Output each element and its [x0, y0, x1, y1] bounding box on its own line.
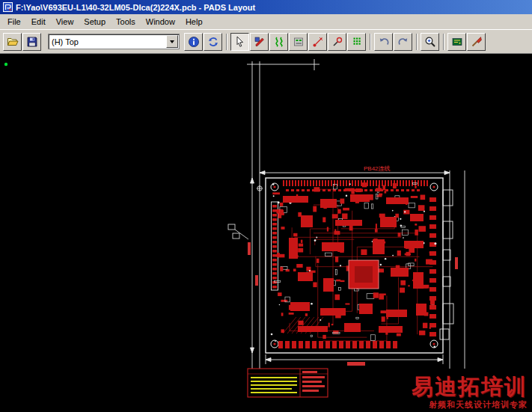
layer-dropdown-value: (H) Top: [49, 37, 166, 46]
undo-arrow-icon: [378, 36, 390, 48]
save-button[interactable]: [22, 33, 41, 51]
arrow-cursor-icon: [234, 36, 246, 48]
open-button[interactable]: [3, 33, 22, 51]
net-label: PB42连线: [364, 165, 391, 172]
menu-file[interactable]: File: [2, 16, 26, 28]
app-icon: [3, 2, 13, 12]
eco-toolbar-button[interactable]: [289, 33, 308, 51]
design-toolbar-button[interactable]: [250, 33, 269, 51]
selection-mode-button[interactable]: [230, 33, 249, 51]
bga-grid-icon: [351, 36, 363, 48]
brush-icon: [471, 36, 483, 48]
undo-button[interactable]: [374, 33, 393, 51]
toolbar-separator: [416, 34, 418, 50]
menu-edit[interactable]: Edit: [26, 16, 51, 28]
drafting-icon: [331, 36, 343, 48]
dimensioning-toolbar-button[interactable]: [308, 33, 327, 51]
object-info-button[interactable]: [184, 33, 203, 51]
layer-dropdown[interactable]: (H) Top: [48, 34, 180, 49]
redraw-icon: [207, 36, 219, 48]
routing-toolbar-button[interactable]: [269, 33, 288, 51]
routing-icon: [273, 36, 285, 48]
dimension-icon: [312, 36, 324, 48]
bga-chip: [349, 260, 379, 289]
toolbar-separator: [370, 34, 371, 50]
chevron-down-icon: [170, 40, 174, 43]
pads-logo-icon: [3, 2, 13, 12]
redo-arrow-icon: [397, 36, 409, 48]
design-canvas[interactable]: PB42连线: [0, 54, 532, 412]
board-view-button[interactable]: [447, 33, 466, 51]
toolbar-separator: [443, 34, 444, 50]
info-icon: [188, 36, 200, 48]
menu-view[interactable]: View: [51, 16, 79, 28]
open-folder-icon: [7, 36, 19, 48]
floppy-disk-icon: [26, 36, 38, 48]
titlebar[interactable]: F:\Yao\V693EU-L1\40-32LM05-DIca(2)224X.p…: [0, 0, 532, 14]
dropdown-arrow-icon[interactable]: [166, 35, 178, 48]
redo-button[interactable]: [394, 33, 412, 51]
toolbar-separator: [226, 34, 227, 50]
menubar: File Edit View Setup Tools Window Help: [0, 14, 532, 29]
window-title: F:\Yao\V693EU-L1\40-32LM05-DIca(2)224X.p…: [16, 3, 255, 12]
cluster-button[interactable]: [467, 33, 486, 51]
menu-tools[interactable]: Tools: [111, 16, 141, 28]
magnifier-icon: [424, 36, 436, 48]
redraw-button[interactable]: [204, 33, 222, 51]
zoom-button[interactable]: [421, 33, 439, 51]
origin-dot: [4, 63, 7, 66]
eco-icon: [293, 36, 305, 48]
menu-setup[interactable]: Setup: [79, 16, 111, 28]
design-icon: [254, 36, 266, 48]
board-icon: [451, 36, 463, 48]
pads-layout-window: F:\Yao\V693EU-L1\40-32LM05-DIca(2)224X.p…: [0, 0, 532, 412]
drafting-toolbar-button[interactable]: [328, 33, 346, 51]
pcb-drawing[interactable]: PB42连线: [0, 54, 532, 412]
menu-help[interactable]: Help: [180, 16, 208, 28]
menu-window[interactable]: Window: [141, 16, 180, 28]
bga-toolbar-button[interactable]: [347, 33, 366, 51]
main-toolbar: (H) Top: [0, 29, 532, 54]
